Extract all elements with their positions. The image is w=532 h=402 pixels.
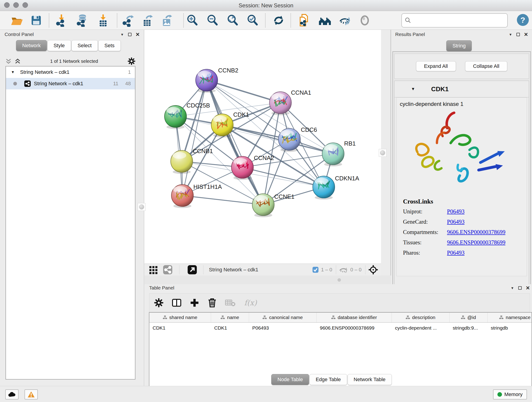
tab-select[interactable]: Select [71, 40, 98, 51]
collapse-all-icon[interactable] [6, 58, 12, 65]
table-cell[interactable]: CDK1 [211, 323, 249, 333]
column-header[interactable]: shared name [149, 313, 211, 322]
node-label: CDC6 [301, 126, 317, 133]
save-session-icon[interactable] [30, 14, 43, 27]
column-header[interactable]: namespace [488, 313, 532, 322]
node-label: RB1 [344, 140, 356, 147]
refresh-icon[interactable] [272, 14, 285, 27]
node-section-title: CDK1 [431, 85, 449, 93]
column-header[interactable]: name [211, 313, 249, 322]
crosslink-link[interactable]: P06493 [447, 249, 464, 256]
network-node[interactable]: CCNA1 [269, 89, 311, 115]
table-row[interactable]: CDK1CDK1P064939606.ENSP00000378699cyclin… [149, 323, 532, 333]
open-session-icon[interactable] [10, 14, 23, 27]
birds-eye-view-icon[interactable] [148, 264, 159, 275]
selected-checkbox-icon[interactable] [312, 267, 319, 273]
search-input[interactable] [412, 17, 503, 23]
string-view-icon[interactable] [163, 265, 173, 275]
help-icon[interactable]: ? [517, 14, 529, 26]
crosslink-link[interactable]: P06493 [447, 208, 464, 215]
close-panel-icon[interactable]: ✕ [526, 286, 530, 290]
collapse-results-panel-handle[interactable] [379, 149, 386, 157]
collapse-all-button[interactable]: Collapse All [465, 61, 507, 71]
crosslink-label: Compartments: [403, 229, 447, 235]
tab-edge-table[interactable]: Edge Table [310, 374, 347, 385]
zoom-in-icon[interactable] [186, 14, 199, 27]
network-edge[interactable] [182, 196, 263, 205]
crosslink-row: Pharos:P06493 [403, 249, 505, 256]
export-image-icon[interactable] [161, 14, 173, 27]
tab-sets[interactable]: Sets [98, 40, 121, 51]
edge-count: 48 [125, 81, 131, 87]
network-options-gear-icon[interactable] [128, 57, 135, 65]
open-in-browser-icon[interactable] [187, 265, 197, 275]
close-panel-icon[interactable]: ✕ [524, 33, 528, 36]
zoom-out-icon[interactable] [206, 14, 219, 27]
node-section-header[interactable]: ▼ CDK1 [394, 81, 529, 97]
zoom-selected-icon[interactable] [246, 14, 259, 27]
show-all-icon[interactable] [358, 14, 371, 27]
table-cell[interactable]: CDK1 [149, 323, 211, 333]
network-node[interactable]: CCNB2 [196, 67, 238, 93]
memory-button[interactable]: Memory [493, 389, 527, 400]
tab-network-table[interactable]: Network Table [348, 374, 392, 385]
crosslink-link[interactable]: P06493 [447, 219, 464, 225]
table-cell[interactable]: stringdb:9... [450, 323, 488, 333]
network-collection-label: String Network – cdk1 [20, 69, 70, 75]
export-network-icon[interactable] [122, 14, 135, 27]
crosslink-link[interactable]: 9606.ENSP00000378699 [447, 239, 505, 246]
hide-selected-icon[interactable] [339, 14, 351, 27]
table-cell[interactable]: 9606.ENSP00000378699 [317, 323, 392, 333]
show-columns-icon[interactable] [172, 298, 181, 307]
section-expander-icon[interactable]: ▼ [411, 87, 415, 91]
float-panel-icon[interactable] [128, 33, 132, 36]
panel-gutter [381, 30, 391, 284]
cloud-button[interactable] [5, 389, 19, 400]
network-collection-row[interactable]: ▼ String Network – cdk1 1 [6, 66, 135, 78]
network-edge[interactable] [207, 80, 280, 103]
table-header-row: shared namenamecanonical namedatabase id… [149, 313, 532, 323]
column-header[interactable]: database identifier [317, 313, 392, 322]
crosslink-link[interactable]: 9606.ENSP00000378699 [447, 229, 505, 235]
tab-network[interactable]: Network [16, 40, 47, 51]
float-panel-icon[interactable] [516, 33, 520, 36]
float-panel-icon[interactable] [518, 286, 522, 290]
tab-node-table[interactable]: Node Table [271, 374, 309, 385]
import-network-from-database-icon[interactable] [76, 14, 89, 27]
collapse-control-panel-handle[interactable] [138, 203, 146, 211]
splitter-handle[interactable] [337, 278, 341, 282]
delete-column-trash-icon[interactable] [208, 298, 217, 308]
column-header[interactable]: canonical name [249, 313, 317, 322]
table-cell[interactable]: cyclin-dependent ... [392, 323, 450, 333]
fit-content-crosshair-icon[interactable] [368, 265, 378, 275]
tab-style[interactable]: Style [47, 40, 71, 51]
panel-menu-caret-icon[interactable]: ▼ [509, 32, 512, 36]
panel-menu-caret-icon[interactable]: ▼ [120, 32, 124, 36]
table-cell[interactable]: P06493 [249, 323, 317, 333]
first-neighbors-icon[interactable] [318, 14, 331, 27]
network-row[interactable]: String Network – cdk1 11 48 [6, 78, 135, 89]
network-from-file-icon[interactable] [298, 14, 311, 27]
warnings-button[interactable] [25, 389, 38, 400]
close-panel-icon[interactable]: ✕ [136, 33, 140, 36]
zoom-fit-icon[interactable] [226, 14, 239, 27]
import-table-from-file-icon[interactable] [97, 14, 109, 27]
table-cell[interactable]: stringdb [488, 323, 532, 333]
tab-string[interactable]: String [446, 40, 472, 51]
panel-menu-caret-icon[interactable]: ▼ [511, 286, 514, 290]
crosslinks-section: CrossLinks Uniprot:P06493GeneCard:P06493… [403, 198, 505, 260]
expand-all-button[interactable]: Expand All [416, 61, 456, 71]
create-column-plus-icon[interactable] [190, 298, 199, 307]
network-node[interactable]: HIST1H1A [171, 183, 222, 208]
import-network-from-file-icon[interactable] [55, 14, 68, 27]
table-options-gear-icon[interactable] [154, 298, 164, 307]
network-canvas[interactable]: CCNB2CCNA1CDC25BCDK1CDC6RB1CCNB1CCNA2HIS… [144, 30, 381, 264]
network-node[interactable]: RB1 [322, 140, 356, 166]
toolbar-separator [365, 265, 365, 274]
export-table-icon[interactable] [141, 14, 154, 27]
network-node[interactable]: CDKN1A [313, 175, 359, 200]
column-header[interactable]: @id [450, 313, 488, 322]
tree-expander-icon[interactable]: ▼ [11, 70, 15, 74]
expand-all-icon[interactable] [15, 58, 21, 65]
column-header[interactable]: description [392, 313, 450, 322]
